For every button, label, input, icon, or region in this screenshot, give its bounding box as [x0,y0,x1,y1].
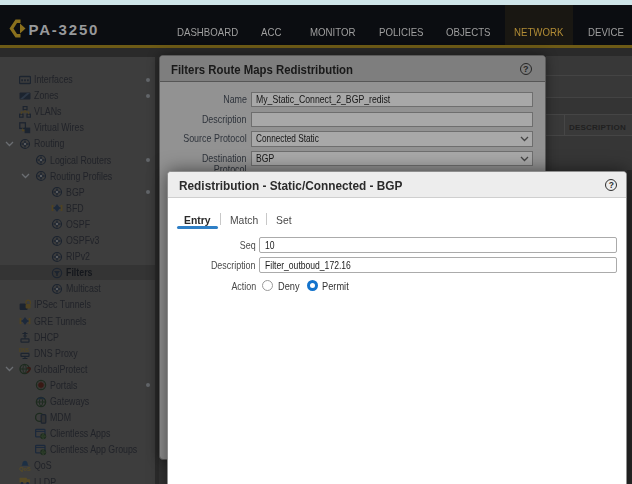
svg-text:DNS: DNS [19,348,29,353]
svg-text:QoS: QoS [19,466,31,472]
